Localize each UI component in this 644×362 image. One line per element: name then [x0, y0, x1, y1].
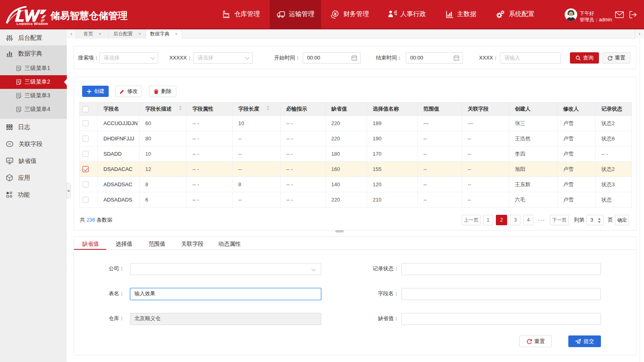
svg-text:Logistics Wisdom: Logistics Wisdom — [17, 22, 48, 26]
